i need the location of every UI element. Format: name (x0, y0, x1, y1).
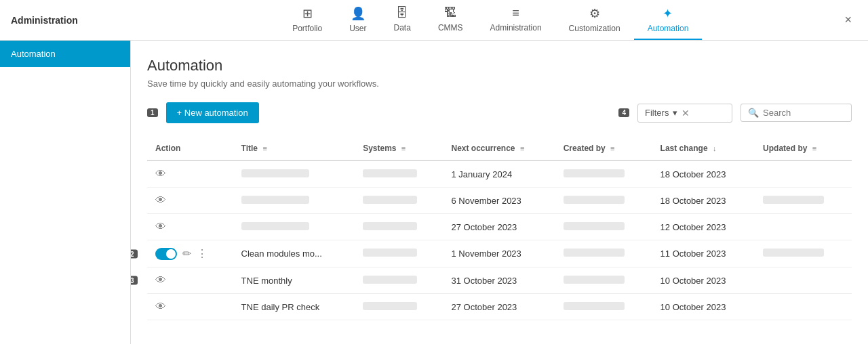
view-icon[interactable]: 👁 (155, 221, 166, 233)
action-icons: 👁 (155, 194, 225, 207)
title-cell (233, 188, 355, 214)
systems-cell (355, 267, 443, 294)
filters-dropdown[interactable]: Filters ▾ ✕ (637, 104, 732, 123)
table-row: 👁 TNE daily PR check 27 October 2023 10 … (147, 294, 852, 320)
created-by-cell (555, 188, 652, 214)
sidebar: Automation (0, 41, 131, 344)
search-box[interactable]: 🔍 (741, 104, 852, 122)
data-icon: 🗄 (396, 6, 408, 20)
updated-by-cell (755, 267, 852, 294)
filter-icon-updated-by[interactable]: ≡ (812, 144, 816, 152)
next-occurrence-cell: 1 January 2024 (443, 160, 555, 188)
cmms-icon: 🏗 (444, 6, 456, 20)
col-action: Action (147, 137, 233, 160)
col-created-by: Created by ≡ (555, 137, 652, 160)
created-by-cell (555, 214, 652, 240)
title-cell: TNE monthly (233, 267, 355, 294)
updated-by-cell (755, 240, 852, 267)
col-systems: Systems ≡ (355, 137, 443, 160)
next-occurrence-cell: 27 October 2023 (443, 214, 555, 240)
top-bar: Administration ⊞Portfolio👤User🗄Data🏗CMMS… (0, 0, 868, 41)
last-change-cell: 18 October 2023 (652, 160, 755, 188)
chevron-down-icon: ▾ (673, 108, 677, 118)
title-cell: TNE daily PR check (233, 294, 355, 320)
filter-icon-created-by[interactable]: ≡ (610, 144, 614, 152)
sort-icon-title[interactable]: ≡ (262, 144, 267, 152)
title-cell: Clean modules mo... (233, 240, 355, 267)
action-cell: 👁 (147, 188, 233, 214)
main-layout: Automation Automation Save time by quick… (0, 41, 868, 344)
new-automation-button[interactable]: + New automation (166, 102, 259, 123)
next-occurrence-cell: 31 October 2023 (443, 267, 555, 294)
action-cell: 2 ✏ ⋮ (147, 240, 233, 267)
next-occurrence-cell: 27 October 2023 (443, 294, 555, 320)
systems-cell (355, 214, 443, 240)
filter-icon-systems[interactable]: ≡ (401, 144, 406, 152)
nav-item-automation[interactable]: ✦Automation (634, 1, 703, 40)
close-button[interactable]: × (839, 10, 857, 30)
updated-by-cell (755, 214, 852, 240)
filter-icon-next-occurrence[interactable]: ≡ (520, 144, 524, 152)
last-change-cell: 10 October 2023 (652, 267, 755, 294)
sidebar-item-automation[interactable]: Automation (0, 41, 130, 67)
updated-by-cell (755, 188, 852, 214)
top-nav: ⊞Portfolio👤User🗄Data🏗CMMS≡Administration… (142, 1, 839, 40)
col-last-change: Last change ↓ (652, 137, 755, 160)
last-change-cell: 12 October 2023 (652, 214, 755, 240)
next-occurrence-cell: 1 November 2023 (443, 240, 555, 267)
table-row: 2 ✏ ⋮ Clean modules mo... 1 November 202… (147, 240, 852, 267)
action-cell: 👁 (147, 294, 233, 320)
badge-1: 1 (147, 108, 158, 117)
systems-cell (355, 294, 443, 320)
search-input[interactable] (763, 108, 844, 118)
systems-cell (355, 160, 443, 188)
created-by-cell (555, 240, 652, 267)
portfolio-icon: ⊞ (302, 6, 313, 21)
systems-cell (355, 188, 443, 214)
nav-item-customization[interactable]: ⚙Customization (555, 1, 634, 40)
title-cell (233, 214, 355, 240)
administration-icon: ≡ (512, 6, 519, 20)
nav-item-portfolio[interactable]: ⊞Portfolio (279, 1, 336, 40)
action-icons: 👁 (155, 274, 225, 286)
badge-3: 3 (131, 276, 138, 285)
page-subtitle: Save time by quickly and easily automati… (147, 79, 852, 89)
last-change-cell: 10 October 2023 (652, 294, 755, 320)
nav-item-administration[interactable]: ≡Administration (477, 1, 555, 39)
view-icon[interactable]: 👁 (155, 274, 166, 286)
sort-desc-icon-last-change[interactable]: ↓ (713, 144, 717, 152)
action-icons: 👁 (155, 221, 225, 233)
nav-item-data[interactable]: 🗄Data (380, 1, 425, 39)
view-icon[interactable]: 👁 (155, 168, 166, 180)
title-cell (233, 160, 355, 188)
more-options-icon[interactable]: ⋮ (197, 247, 208, 260)
systems-cell (355, 240, 443, 267)
edit-icon[interactable]: ✏ (182, 247, 191, 260)
filter-clear-icon[interactable]: ✕ (682, 108, 690, 119)
created-by-cell (555, 160, 652, 188)
view-icon[interactable]: 👁 (155, 194, 166, 207)
action-cell: 👁 (147, 214, 233, 240)
filter-label: Filters (645, 108, 669, 118)
app-title: Administration (11, 15, 142, 26)
table-row: 👁 1 January 2024 18 October 2023 (147, 160, 852, 188)
automation-table: Action Title ≡ Systems ≡ Next occurrence… (147, 137, 852, 320)
nav-item-cmms[interactable]: 🏗CMMS (425, 1, 477, 39)
view-icon[interactable]: 👁 (155, 301, 166, 313)
toolbar: 1 + New automation 4 Filters ▾ ✕ 🔍 (147, 102, 852, 123)
table-row: 3👁 TNE monthly 31 October 2023 10 Octobe… (147, 267, 852, 294)
action-icons: ✏ ⋮ (155, 247, 225, 260)
toggle-switch[interactable] (155, 248, 177, 260)
created-by-cell (555, 267, 652, 294)
page-title: Automation (147, 57, 852, 74)
updated-by-cell (755, 160, 852, 188)
nav-item-user[interactable]: 👤User (336, 1, 380, 40)
user-icon: 👤 (351, 6, 366, 21)
created-by-cell (555, 294, 652, 320)
automation-icon: ✦ (663, 6, 673, 21)
badge-2: 2 (131, 249, 138, 258)
last-change-cell: 18 October 2023 (652, 188, 755, 214)
last-change-cell: 11 October 2023 (652, 240, 755, 267)
action-cell: 3👁 (147, 267, 233, 294)
search-icon: 🔍 (748, 108, 759, 118)
